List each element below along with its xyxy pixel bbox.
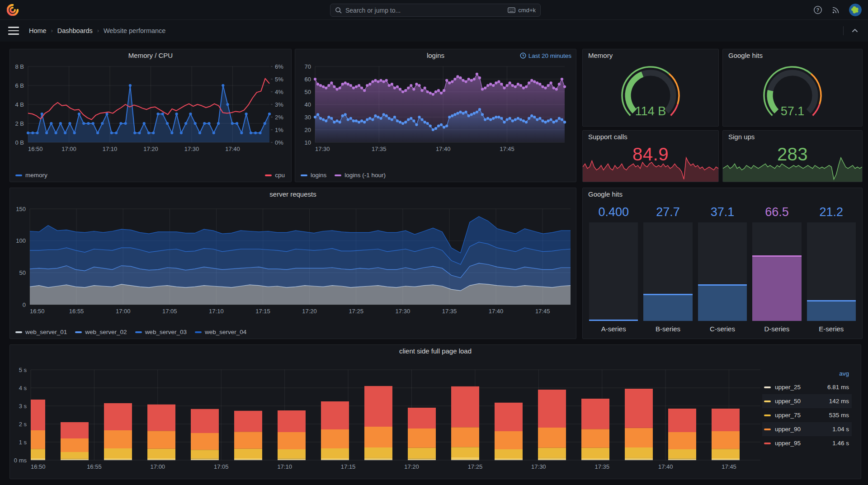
legend-item[interactable]: memory xyxy=(15,172,47,179)
svg-text:17:30: 17:30 xyxy=(396,308,410,315)
svg-text:17:15: 17:15 xyxy=(341,463,356,470)
panel-title[interactable]: Google hits xyxy=(723,49,862,62)
svg-text:17:00: 17:00 xyxy=(61,146,76,152)
breadcrumb-home[interactable]: Home xyxy=(29,27,47,34)
google-hits-gauge: 57.1 xyxy=(754,62,831,125)
legend-label: memory xyxy=(25,172,47,179)
panel-sign-ups: Sign ups 283 xyxy=(722,130,863,182)
svg-text:17:20: 17:20 xyxy=(404,463,419,470)
legend-label[interactable]: upper_75 xyxy=(775,412,829,419)
legend-item[interactable]: web_server_04 xyxy=(195,329,246,335)
legend-chip xyxy=(15,174,22,176)
svg-text:17:45: 17:45 xyxy=(535,308,550,315)
clock-icon xyxy=(520,52,526,59)
user-avatar[interactable] xyxy=(849,4,862,16)
svg-text:1 s: 1 s xyxy=(19,439,27,446)
svg-text:17:00: 17:00 xyxy=(116,308,131,315)
legend-chip xyxy=(135,331,142,333)
svg-text:16:50: 16:50 xyxy=(31,463,46,470)
legend-chip xyxy=(265,174,272,176)
chevron-up-icon[interactable] xyxy=(850,26,860,36)
legend-item[interactable]: web_server_03 xyxy=(135,329,187,335)
panel-memory-gauge: Memory 114 B xyxy=(582,49,719,127)
legend-label: cpu xyxy=(275,172,285,179)
stat-value: 84.9 xyxy=(583,144,718,165)
panel-title[interactable]: Google hits xyxy=(583,188,862,201)
bar-gauge: 0.400A-series27.7B-series37.1C-series66.… xyxy=(589,205,856,336)
legend-label[interactable]: upper_25 xyxy=(775,384,827,391)
legend-chip xyxy=(764,414,771,416)
menu-toggle-icon[interactable] xyxy=(8,27,19,35)
time-range-link[interactable]: Last 20 minutes xyxy=(520,49,571,62)
bar-label: E-series xyxy=(807,321,856,336)
legend-item[interactable]: web_server_02 xyxy=(75,329,127,335)
bar-value: 66.5 xyxy=(752,205,801,222)
bar-gauge-column: 21.2E-series xyxy=(807,205,856,336)
panel-title[interactable]: Memory xyxy=(583,49,718,62)
news-rss-icon[interactable] xyxy=(831,5,841,15)
search-input[interactable] xyxy=(345,7,508,14)
legend-item[interactable]: web_server_01 xyxy=(15,329,67,335)
legend-avg-header[interactable]: avg xyxy=(762,370,852,380)
panel-title[interactable]: server requests xyxy=(10,188,576,201)
bar-track xyxy=(589,222,638,321)
svg-text:20: 20 xyxy=(305,127,311,133)
panel-google-hits-bars: Google hits 0.400A-series27.7B-series37.… xyxy=(582,188,863,339)
legend-label: logins (-1 hour) xyxy=(344,172,386,179)
svg-text:40: 40 xyxy=(305,101,311,108)
breadcrumb-dashboards[interactable]: Dashboards xyxy=(57,27,93,34)
bar-gauge-column: 0.400A-series xyxy=(589,205,638,336)
memory-gauge: 114 B xyxy=(612,62,689,125)
panel-title[interactable]: Support calls xyxy=(583,131,718,143)
bar-track xyxy=(698,222,747,321)
legend-label[interactable]: upper_90 xyxy=(775,426,832,433)
legend-item[interactable]: logins xyxy=(301,172,326,179)
svg-text:50: 50 xyxy=(19,269,26,276)
svg-text:3 s: 3 s xyxy=(19,403,27,410)
legend-label[interactable]: upper_95 xyxy=(775,440,832,447)
legend-label: web_server_03 xyxy=(145,329,187,335)
svg-text:150: 150 xyxy=(16,206,26,212)
chevron-right-icon: › xyxy=(97,28,99,34)
page-load-chart: 0 ms1 s2 s3 s4 s5 s16:5016:5517:0017:051… xyxy=(10,358,861,479)
panel-title[interactable]: Memory / CPU xyxy=(10,49,291,62)
breadcrumb-current: Website performance xyxy=(104,27,166,34)
legend-item[interactable]: cpu xyxy=(265,172,285,179)
divider xyxy=(843,26,844,35)
svg-text:2 B: 2 B xyxy=(15,120,24,127)
panel-title[interactable]: client side full page load xyxy=(10,345,861,358)
legend-chip xyxy=(195,331,202,333)
legend-chip xyxy=(764,428,771,430)
svg-text:?: ? xyxy=(816,7,819,13)
panel-client-page-load: client side full page load 0 ms1 s2 s3 s… xyxy=(9,344,861,479)
legend-row: upper_951.46 s xyxy=(762,436,852,450)
svg-text:17:40: 17:40 xyxy=(489,308,504,315)
keyboard-icon xyxy=(508,7,515,13)
svg-text:16:50: 16:50 xyxy=(28,146,43,152)
legend-item[interactable]: logins (-1 hour) xyxy=(335,172,386,179)
legend-row: upper_75535 ms xyxy=(762,408,852,422)
legend-avg-value: 535 ms xyxy=(829,412,849,419)
svg-text:17:10: 17:10 xyxy=(103,146,118,152)
grafana-dashboard: cmd+k ? Home › Dashboards › Website perf… xyxy=(0,0,868,485)
svg-text:6%: 6% xyxy=(275,63,283,70)
bar-gauge-column: 37.1C-series xyxy=(698,205,747,336)
panel-logins: logins Last 20 minutes 1020304050607017:… xyxy=(295,49,576,182)
breadcrumb-bar: Home › Dashboards › Website performance xyxy=(0,20,868,42)
legend-avg-value: 142 ms xyxy=(829,398,849,405)
legend-label[interactable]: upper_50 xyxy=(775,398,829,405)
svg-text:8 B: 8 B xyxy=(15,63,24,70)
svg-text:60: 60 xyxy=(305,76,311,83)
svg-text:0 ms: 0 ms xyxy=(14,457,27,464)
legend-chip xyxy=(301,174,307,176)
panel-title[interactable]: Sign ups xyxy=(723,131,862,143)
legend-chip xyxy=(15,331,22,333)
help-icon[interactable]: ? xyxy=(813,5,823,15)
svg-text:17:45: 17:45 xyxy=(722,463,736,470)
grafana-logo-icon[interactable] xyxy=(7,4,19,16)
legend-avg-value: 1.46 s xyxy=(832,440,849,447)
bar-label: B-series xyxy=(643,321,692,336)
svg-text:17:10: 17:10 xyxy=(277,463,292,470)
svg-text:4 B: 4 B xyxy=(15,101,24,108)
svg-text:17:00: 17:00 xyxy=(151,463,165,470)
